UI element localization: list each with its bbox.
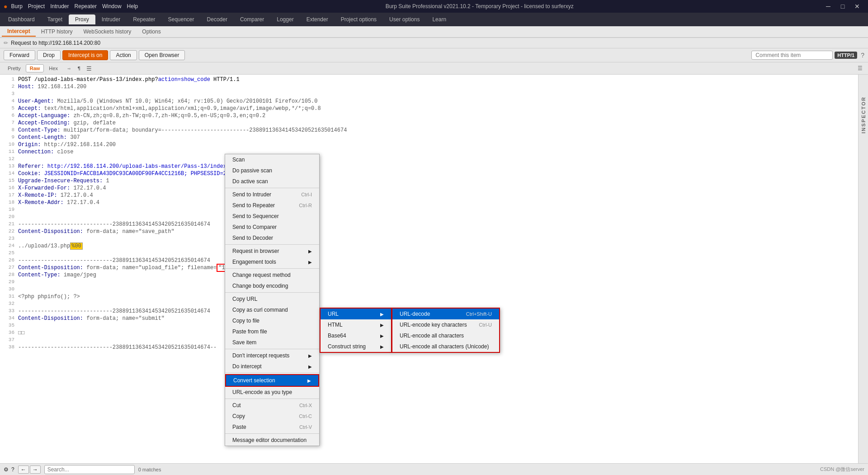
fmt-raw[interactable]: Raw	[26, 64, 44, 72]
line-17: 17X-Remote-IP: 172.17.0.4	[0, 192, 858, 200]
proxy-tab-intercept[interactable]: Intercept	[2, 27, 36, 37]
navigation-buttons[interactable]: ← →	[18, 466, 41, 474]
tab-intruder[interactable]: Intruder	[95, 14, 127, 24]
tab-decoder[interactable]: Decoder	[201, 14, 234, 24]
intercept-button[interactable]: Intercept is on	[62, 50, 108, 60]
ctx-send-intruder[interactable]: Send to IntruderCtrl-I	[225, 189, 319, 200]
settings-icon[interactable]: ⚙	[4, 466, 9, 473]
ctx-paste-file[interactable]: Paste from file	[225, 326, 319, 337]
open-browser-button[interactable]: Open Browser	[139, 50, 185, 60]
ctx-cut[interactable]: CutCtrl-X	[225, 400, 319, 411]
line-6: 6Accept-Language: zh-CN,zh;q=0.8,zh-TW;q…	[0, 113, 858, 120]
ctx-message-doc[interactable]: Message editor documentation	[225, 435, 319, 446]
ctx-active-scan[interactable]: Do active scan	[225, 176, 319, 187]
forward-button[interactable]: Forward	[4, 50, 35, 60]
ctx-copy-url[interactable]: Copy URL	[225, 294, 319, 304]
ctx-urlencode-type[interactable]: URL-encode as you type	[225, 387, 319, 398]
ctx-engagement-tools[interactable]: Engagement tools▶	[225, 256, 319, 267]
close-button[interactable]: ✕	[850, 0, 864, 13]
submenu-convert-base64[interactable]: Base64▶	[321, 330, 391, 341]
tab-learn[interactable]: Learn	[426, 14, 453, 24]
context-menu: Scan Do passive scan Do active scan Send…	[225, 154, 320, 446]
proxy-tab-http-history[interactable]: HTTP history	[36, 27, 78, 36]
title-bar: ● Burp Project Intruder Repeater Window …	[0, 0, 868, 13]
ctx-copy[interactable]: CopyCtrl-C	[225, 411, 319, 422]
line-7: 7Accept-Encoding: gzip, deflate	[0, 120, 858, 127]
tab-repeater[interactable]: Repeater	[127, 14, 161, 24]
line-9: 9Content-Length: 307	[0, 134, 858, 142]
menu-project[interactable]: Project	[28, 3, 45, 10]
line-16: 16X-Forwarded-For: 172.17.0.4	[0, 185, 858, 192]
line-5: 5Accept: text/html,application/xhtml+xml…	[0, 105, 858, 113]
ctx-scan[interactable]: Scan	[225, 154, 319, 165]
proxy-tabs: Intercept HTTP history WebSockets histor…	[0, 26, 868, 38]
comment-input[interactable]	[751, 51, 833, 60]
status-icons[interactable]: ⚙ ?	[4, 466, 14, 473]
proxy-tab-options[interactable]: Options	[137, 27, 166, 36]
back-button[interactable]: ←	[18, 466, 29, 474]
ctx-change-body[interactable]: Change body encoding	[225, 280, 319, 291]
help-icon[interactable]: ?	[861, 52, 864, 59]
code-editor[interactable]: 1POST /upload-labs-master/Pass-13/index.…	[0, 75, 858, 473]
submenu-url-encode-unicode[interactable]: URL-encode all characters (Unicode)	[392, 341, 499, 352]
tab-dashboard[interactable]: Dashboard	[2, 14, 41, 24]
submenu-convert-html[interactable]: HTML▶	[321, 319, 391, 330]
line-19: 19	[0, 207, 858, 214]
ctx-do-intercept[interactable]: Do intercept▶	[225, 361, 319, 372]
submenu-url-decode[interactable]: URL-decodeCtrl+Shift-U	[392, 309, 499, 319]
ctx-send-sequencer[interactable]: Send to Sequencer	[225, 211, 319, 222]
submenu-url-encode-all[interactable]: URL-encode all characters	[392, 330, 499, 341]
ctx-save-item[interactable]: Save item	[225, 337, 319, 348]
line-29: 29	[0, 279, 858, 286]
ctx-change-method[interactable]: Change request method	[225, 270, 319, 280]
ctx-paste[interactable]: PasteCtrl-V	[225, 422, 319, 432]
ctx-passive-scan[interactable]: Do passive scan	[225, 165, 319, 176]
tab-logger[interactable]: Logger	[270, 14, 300, 24]
line-20: 20	[0, 214, 858, 221]
burp-logo: ●	[4, 3, 7, 10]
app-menu[interactable]: Burp Project Intruder Repeater Window He…	[11, 3, 138, 10]
fmt-hex[interactable]: Hex	[45, 64, 62, 72]
ctx-copy-file[interactable]: Copy to file	[225, 315, 319, 326]
search-input[interactable]	[44, 465, 135, 474]
ctx-request-browser[interactable]: Request in browser▶	[225, 246, 319, 256]
line-15: 15Upgrade-Insecure-Requests: 1	[0, 178, 858, 185]
minimize-button[interactable]: ─	[821, 0, 835, 13]
tab-project-options[interactable]: Project options	[335, 14, 383, 24]
menu-burp[interactable]: Burp	[11, 3, 22, 10]
newline-icon[interactable]: ¶	[75, 64, 84, 73]
ctx-convert-selection[interactable]: Convert selection▶	[225, 374, 319, 387]
main-area: 1POST /upload-labs-master/Pass-13/index.…	[0, 75, 868, 473]
fmt-pretty[interactable]: Pretty	[4, 64, 25, 72]
ctx-send-comparer[interactable]: Send to Comparer	[225, 222, 319, 233]
action-button[interactable]: Action	[110, 50, 137, 60]
tab-sequencer[interactable]: Sequencer	[162, 14, 201, 24]
proxy-tab-websockets[interactable]: WebSockets history	[78, 27, 137, 36]
format-tabs: Pretty Raw Hex ⇨ ¶ ☰ ☰	[0, 62, 868, 75]
ctx-copy-curl[interactable]: Copy as curl command	[225, 304, 319, 315]
tab-comparer[interactable]: Comparer	[234, 14, 270, 24]
submenu-url-encode-key[interactable]: URL-encode key charactersCtrl-U	[392, 319, 499, 330]
menu-intruder[interactable]: Intruder	[50, 3, 69, 10]
submenu-convert-url[interactable]: URL▶	[321, 309, 391, 319]
forward-nav-button[interactable]: →	[30, 466, 41, 474]
ctx-send-repeater[interactable]: Send to RepeaterCtrl-R	[225, 200, 319, 211]
help-status-icon[interactable]: ?	[11, 466, 14, 473]
window-controls[interactable]: ─ □ ✕	[821, 0, 864, 13]
submenu-convert-construct[interactable]: Construct string▶	[321, 341, 391, 352]
menu-help[interactable]: Help	[127, 3, 138, 10]
ctx-send-decoder[interactable]: Send to Decoder	[225, 233, 319, 243]
tab-user-options[interactable]: User options	[383, 14, 426, 24]
status-bar: ⚙ ? ← → 0 matches CSDN @微信server	[0, 463, 868, 475]
tab-target[interactable]: Target	[41, 14, 69, 24]
inspector-toggle[interactable]: ☰	[858, 65, 863, 71]
menu-repeater[interactable]: Repeater	[75, 3, 97, 10]
menu-window[interactable]: Window	[102, 3, 122, 10]
tab-proxy[interactable]: Proxy	[69, 14, 95, 24]
tab-extender[interactable]: Extender	[300, 14, 335, 24]
list-icon[interactable]: ☰	[85, 64, 94, 73]
ctx-dont-intercept[interactable]: Don't intercept requests▶	[225, 350, 319, 361]
drop-button[interactable]: Drop	[37, 50, 61, 60]
restore-button[interactable]: □	[835, 0, 850, 13]
indent-icon[interactable]: ⇨	[65, 64, 74, 73]
